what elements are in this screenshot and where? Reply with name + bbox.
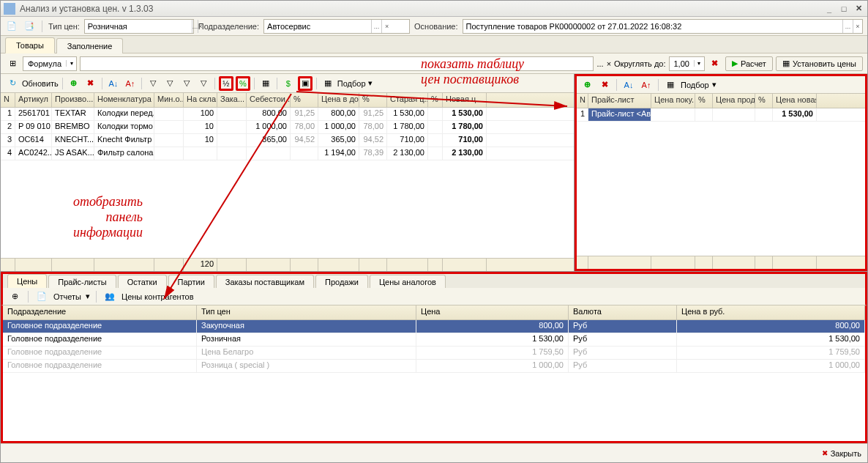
rcol-pricelist[interactable]: Прайс-лист — [588, 94, 651, 108]
basis-input[interactable] — [463, 22, 843, 31]
table-row[interactable]: 1Прайс-лист <Авт...1 530,00 — [577, 108, 865, 122]
bcol-div[interactable]: Подразделение — [3, 305, 197, 319]
division-input[interactable] — [264, 22, 371, 31]
price-type-input[interactable] — [85, 22, 192, 31]
table-row[interactable]: 12561701TEXTARКолодки перед...100800,009… — [1, 108, 574, 121]
filter4-icon[interactable]: ▽ — [196, 76, 211, 91]
bcol-rub[interactable]: Цена в руб. — [677, 305, 865, 319]
right-grid-body[interactable]: 1Прайс-лист <Авт...1 530,00 — [577, 108, 865, 256]
basis-menu-button[interactable]: ... — [842, 20, 852, 33]
refresh-icon[interactable]: ↻ — [5, 76, 20, 91]
division-field[interactable]: ... × — [263, 19, 410, 34]
col-order[interactable]: Зака... — [217, 93, 247, 107]
col-docprice[interactable]: Цена в до... — [318, 93, 359, 107]
right-select-dropdown-icon[interactable]: ▾ — [712, 80, 717, 89]
col-newprice[interactable]: Новая ц — [443, 93, 487, 107]
formula-combo[interactable]: Формула ▾ — [23, 56, 77, 71]
doc-icon[interactable]: 📄 — [5, 20, 18, 33]
formula-menu-button[interactable]: ... — [596, 59, 603, 68]
table-row[interactable]: Головное подразделениеРозница ( special … — [3, 360, 865, 373]
tab-batches[interactable]: Партии — [168, 275, 214, 289]
grid-icon[interactable]: ⊞ — [5, 56, 20, 71]
tab-fill[interactable]: Заполнение — [56, 38, 124, 53]
bcol-cur[interactable]: Валюта — [569, 305, 677, 319]
round-clear-button[interactable]: ✖ — [708, 56, 722, 71]
right-delete-button[interactable]: ✖ — [597, 78, 612, 92]
delete-button[interactable]: ✖ — [83, 76, 98, 91]
col-mfr[interactable]: Произво... — [52, 93, 94, 107]
percent-button[interactable]: % — [236, 76, 250, 91]
left-grid-body[interactable]: 12561701TEXTARКолодки перед...100800,009… — [1, 108, 574, 258]
tab-supplier-orders[interactable]: Заказы поставщикам — [216, 275, 314, 289]
rcol-n[interactable]: N — [577, 94, 588, 108]
right-add-button[interactable]: ⊕ — [580, 78, 594, 92]
doc2-icon[interactable]: 📑 — [23, 20, 36, 33]
tab-analog-prices[interactable]: Цены аналогов — [370, 275, 446, 289]
division-menu-button[interactable]: ... — [371, 20, 381, 33]
col-n[interactable]: N — [1, 93, 15, 107]
tab-stock[interactable]: Остатки — [118, 275, 167, 289]
bottom-grid-body[interactable]: Головное подразделениеЗакупочная800,00Ру… — [3, 320, 865, 441]
table-row[interactable]: 3OC614KNECHT...Knecht Фильтр ...10365,00… — [1, 134, 574, 147]
tab-pricelists[interactable]: Прайс-листы — [48, 275, 116, 289]
col-p1[interactable]: % — [291, 93, 318, 107]
col-p3[interactable]: % — [428, 93, 443, 107]
rcol-p1[interactable]: % — [695, 94, 713, 108]
table-row[interactable]: 4AC0242...JS ASAK...Фильтр салона...1 19… — [1, 147, 574, 160]
basis-clear-button[interactable]: × — [853, 20, 862, 33]
col-cost[interactable]: Себестои... — [247, 93, 291, 107]
tab-goods[interactable]: Товары — [5, 37, 55, 53]
sort-desc-icon[interactable]: A↑ — [123, 76, 138, 91]
fractions-button[interactable]: ½ — [219, 76, 233, 91]
table-row[interactable]: Головное подразделениеЦена Белагро1 759,… — [3, 347, 865, 360]
reports-icon[interactable]: 📄 — [34, 289, 49, 304]
price-type-field[interactable]: ... × — [84, 19, 194, 34]
formula-input[interactable] — [81, 59, 593, 68]
rcol-p2[interactable]: % — [755, 94, 773, 108]
tab-sales[interactable]: Продажи — [315, 275, 368, 289]
filter2-icon[interactable]: ▽ — [162, 76, 177, 91]
formula-clear-button[interactable]: × — [607, 59, 611, 68]
table-row[interactable]: Головное подразделениеЗакупочная800,00Ру… — [3, 320, 865, 333]
reports-label[interactable]: Отчеты — [53, 292, 81, 301]
formula-dropdown-icon[interactable]: ▾ — [66, 60, 76, 67]
right-select-icon[interactable]: ▦ — [663, 78, 678, 92]
info-panel-button[interactable]: ▣ — [298, 76, 313, 91]
close-button[interactable]: Закрыть — [822, 449, 861, 458]
add-button[interactable]: ⊕ — [67, 76, 81, 91]
right-sort-asc-icon[interactable]: A↓ — [621, 78, 636, 92]
bottom-add-icon[interactable]: ⊕ — [7, 289, 22, 304]
col-article[interactable]: Артикул — [15, 93, 52, 107]
col-min[interactable]: Мин.о... — [154, 93, 184, 107]
reports-dropdown-icon[interactable]: ▾ — [86, 292, 90, 301]
table-row[interactable]: Головное подразделениеРозничная1 530,00Р… — [3, 333, 865, 347]
rcol-new[interactable]: Цена новая — [773, 94, 817, 108]
minimize-button[interactable]: _ — [823, 3, 835, 15]
select-dropdown-icon[interactable]: ▾ — [368, 78, 373, 88]
right-sort-desc-icon[interactable]: A↑ — [639, 78, 654, 92]
round-dropdown-icon[interactable]: ▾ — [694, 60, 704, 67]
dollar-icon[interactable]: $ — [281, 76, 296, 91]
col-stock[interactable]: На скла... — [184, 93, 217, 107]
filter3-icon[interactable]: ▽ — [179, 76, 194, 91]
contragent-prices-label[interactable]: Цены контрагентов — [121, 292, 194, 301]
rcol-buy[interactable]: Цена поку... — [651, 94, 695, 108]
table-row[interactable]: 2P 09 010BREMBOКолодки тормо...101 000,0… — [1, 121, 574, 134]
table-icon[interactable]: ▦ — [258, 76, 273, 91]
filter1-icon[interactable]: ▽ — [146, 76, 160, 91]
price-type-menu-button[interactable]: ... — [192, 20, 198, 33]
contragent-icon[interactable]: 👥 — [102, 289, 117, 304]
round-combo[interactable]: 1,00 ▾ — [669, 56, 705, 71]
set-prices-button[interactable]: Установить цены — [776, 56, 863, 71]
rcol-sell[interactable]: Цена прод... — [713, 94, 755, 108]
tab-prices[interactable]: Цены — [7, 274, 47, 289]
calc-button[interactable]: Расчет — [725, 56, 773, 71]
bcol-price[interactable]: Цена — [416, 305, 569, 319]
basis-field[interactable]: ... × — [463, 19, 863, 34]
col-p2[interactable]: % — [359, 93, 387, 107]
close-window-button[interactable]: ✕ — [853, 3, 864, 15]
bcol-type[interactable]: Тип цен — [197, 305, 416, 319]
col-nom[interactable]: Номенклатура — [94, 93, 154, 107]
division-clear-button[interactable]: × — [381, 20, 392, 33]
formula-field[interactable] — [80, 56, 594, 71]
